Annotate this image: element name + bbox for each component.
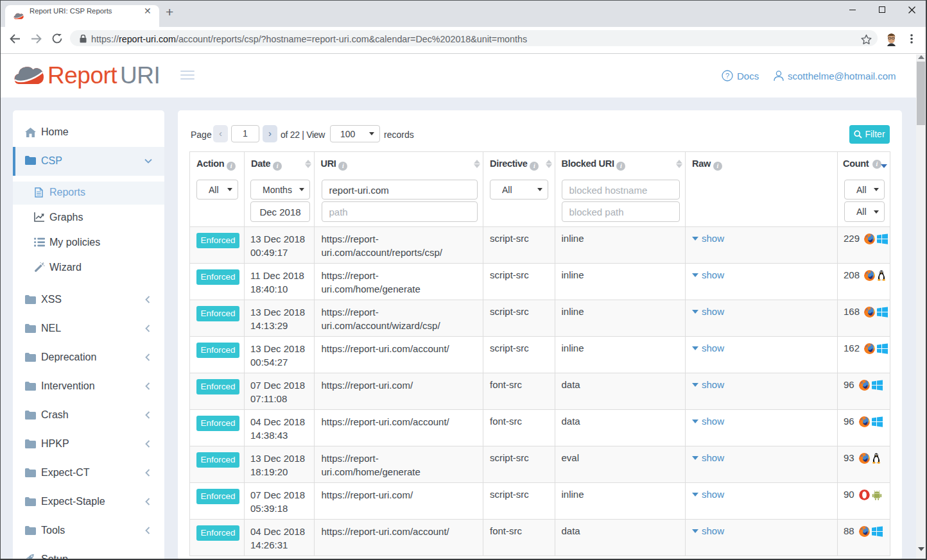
svg-text:?: ?: [725, 72, 729, 80]
